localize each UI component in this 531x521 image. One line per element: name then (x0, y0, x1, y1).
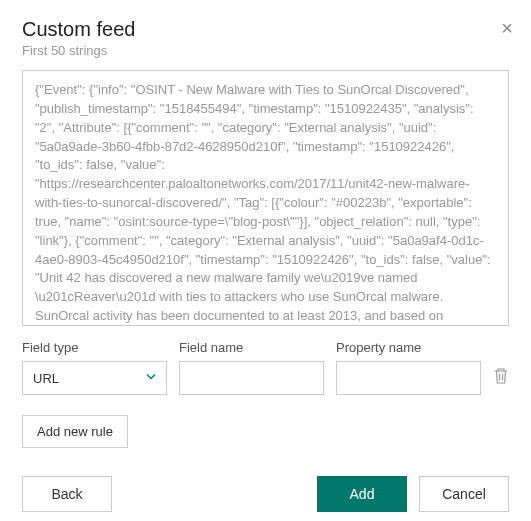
field-type-group: Field type URL (22, 340, 167, 395)
trash-icon[interactable] (493, 367, 509, 395)
field-name-label: Field name (179, 340, 324, 355)
field-type-label: Field type (22, 340, 167, 355)
preview-text: {"Event": {"info": "OSINT - New Malware … (35, 81, 496, 326)
back-button[interactable]: Back (22, 476, 112, 512)
add-new-rule-button[interactable]: Add new rule (22, 415, 128, 448)
dialog-header: Custom feed First 50 strings × (22, 18, 509, 58)
footer-right-group: Add Cancel (317, 476, 509, 512)
property-name-input[interactable] (336, 361, 481, 395)
property-name-group: Property name (336, 340, 481, 395)
dialog-title: Custom feed (22, 18, 509, 41)
property-name-label: Property name (336, 340, 481, 355)
dialog-subtitle: First 50 strings (22, 43, 509, 58)
preview-textbox[interactable]: {"Event": {"info": "OSINT - New Malware … (22, 70, 509, 326)
add-button[interactable]: Add (317, 476, 407, 512)
field-type-select[interactable]: URL (22, 361, 167, 395)
field-type-value: URL (33, 371, 59, 386)
rule-fields-row: Field type URL Field name Property name (22, 340, 509, 395)
field-name-group: Field name (179, 340, 324, 395)
cancel-button[interactable]: Cancel (419, 476, 509, 512)
field-name-input[interactable] (179, 361, 324, 395)
close-icon[interactable]: × (501, 18, 513, 38)
dialog-footer: Back Add Cancel (22, 476, 509, 512)
